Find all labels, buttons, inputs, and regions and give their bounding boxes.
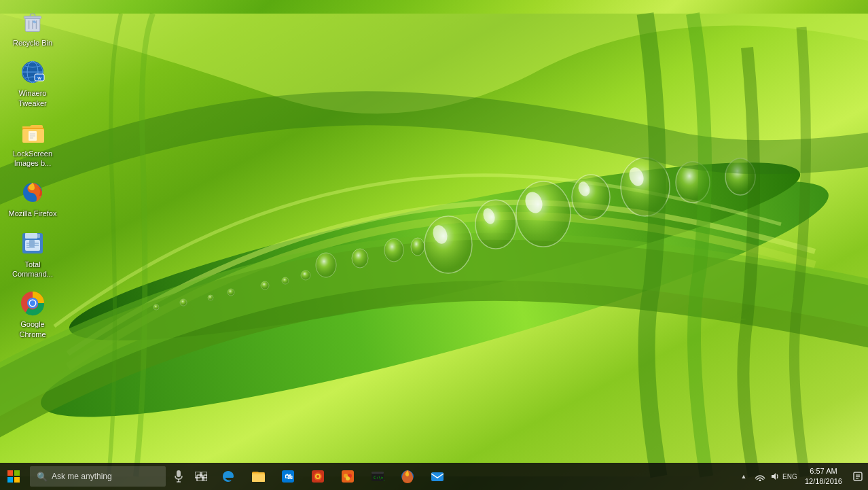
firefox-icon — [19, 179, 46, 206]
desktop-icon-winaero[interactable]: W Winaero Tweaker — [5, 56, 60, 111]
svg-point-23 — [208, 295, 213, 300]
language-label: ENG — [782, 473, 797, 480]
chrome-label: Google Chrome — [8, 319, 57, 339]
svg-point-76 — [346, 476, 350, 480]
search-icon-taskbar: 🔍 — [37, 472, 48, 482]
speaker-tray-icon[interactable] — [768, 466, 782, 487]
svg-text:C:\>_: C:\>_ — [374, 475, 385, 480]
svg-point-24 — [180, 299, 187, 306]
svg-point-9 — [572, 175, 610, 220]
chevron-up-icon: ▲ — [740, 473, 746, 480]
totalcmd-label: Total Command... — [8, 260, 57, 279]
svg-rect-59 — [177, 470, 181, 477]
svg-point-25 — [153, 304, 159, 310]
taskbar: 🔍 Ask me anything — [0, 463, 868, 490]
taskbar-app-explorer[interactable] — [243, 463, 273, 490]
svg-rect-30 — [24, 16, 41, 19]
svg-point-7 — [516, 181, 571, 247]
lockscreen-icon — [19, 119, 46, 146]
svg-point-16 — [352, 249, 368, 268]
search-placeholder-text: Ask me anything — [52, 472, 112, 481]
svg-point-54 — [30, 300, 35, 306]
search-bar[interactable]: 🔍 Ask me anything — [30, 466, 166, 487]
svg-point-15 — [316, 253, 336, 277]
svg-rect-81 — [431, 472, 444, 481]
svg-point-5 — [475, 200, 516, 249]
clock-date: 12/18/2016 — [805, 476, 842, 487]
svg-rect-57 — [7, 477, 13, 483]
desktop: Recycle Bin W — [0, 0, 868, 490]
chrome-icon — [19, 290, 46, 317]
keyboard-tray-icon[interactable]: ENG — [783, 466, 797, 487]
taskbar-app-firefox[interactable] — [393, 463, 422, 490]
svg-point-20 — [282, 277, 289, 284]
svg-rect-58 — [14, 477, 20, 483]
lockscreen-label: LockScreen Images b... — [8, 149, 57, 169]
taskbar-app-store[interactable]: 🛍 — [273, 463, 303, 490]
desktop-icon-recycle-bin[interactable]: Recycle Bin — [5, 5, 60, 50]
svg-point-21 — [301, 270, 310, 280]
svg-rect-55 — [7, 470, 13, 476]
desktop-icons-container: Recycle Bin W — [0, 0, 65, 347]
svg-point-22 — [228, 289, 234, 296]
svg-point-72 — [317, 475, 319, 478]
system-clock[interactable]: 6:57 AM 12/18/2016 — [799, 463, 848, 490]
desktop-icon-lockscreen[interactable]: LockScreen Images b... — [5, 116, 60, 171]
svg-rect-50 — [37, 234, 40, 238]
firefox-label: Mozilla Firefox — [9, 209, 57, 218]
svg-text:🛍: 🛍 — [285, 472, 293, 480]
taskbar-app-cmd[interactable]: C:\>_ — [363, 463, 393, 490]
taskbar-app-mail[interactable] — [422, 463, 452, 490]
svg-point-17 — [384, 239, 403, 262]
svg-rect-78 — [372, 472, 384, 474]
desktop-icon-totalcmd[interactable]: Total Command... — [5, 227, 60, 282]
notification-button[interactable] — [848, 463, 868, 490]
svg-point-18 — [411, 238, 424, 256]
svg-rect-66 — [252, 474, 265, 482]
clock-time: 6:57 AM — [810, 466, 837, 476]
svg-rect-56 — [14, 470, 20, 476]
recycle-bin-label: Recycle Bin — [13, 38, 52, 48]
desktop-icon-chrome[interactable]: Google Chrome — [5, 287, 60, 342]
system-tray: ▲ — [737, 463, 868, 490]
desktop-background — [0, 0, 868, 490]
start-button[interactable] — [0, 463, 27, 490]
tray-icons-area: ENG — [751, 466, 799, 487]
taskbar-app6[interactable] — [333, 463, 363, 490]
svg-text:W: W — [37, 76, 41, 80]
recycle-bin-icon — [19, 8, 46, 35]
taskbar-app5[interactable] — [303, 463, 333, 490]
cortana-mic-button[interactable] — [168, 466, 189, 487]
svg-point-3 — [424, 216, 472, 273]
svg-point-19 — [261, 281, 269, 290]
winaero-label: Winaero Tweaker — [8, 88, 57, 108]
winaero-icon: W — [19, 58, 46, 86]
task-view-button[interactable] — [189, 463, 213, 490]
svg-point-82 — [759, 480, 761, 482]
taskbar-app-edge[interactable] — [213, 463, 243, 490]
show-hidden-button[interactable]: ▲ — [737, 463, 751, 490]
totalcmd-icon — [19, 230, 46, 257]
desktop-icon-firefox[interactable]: Mozilla Firefox — [5, 176, 60, 221]
network-tray-icon[interactable] — [753, 466, 767, 487]
svg-rect-46 — [25, 233, 37, 239]
